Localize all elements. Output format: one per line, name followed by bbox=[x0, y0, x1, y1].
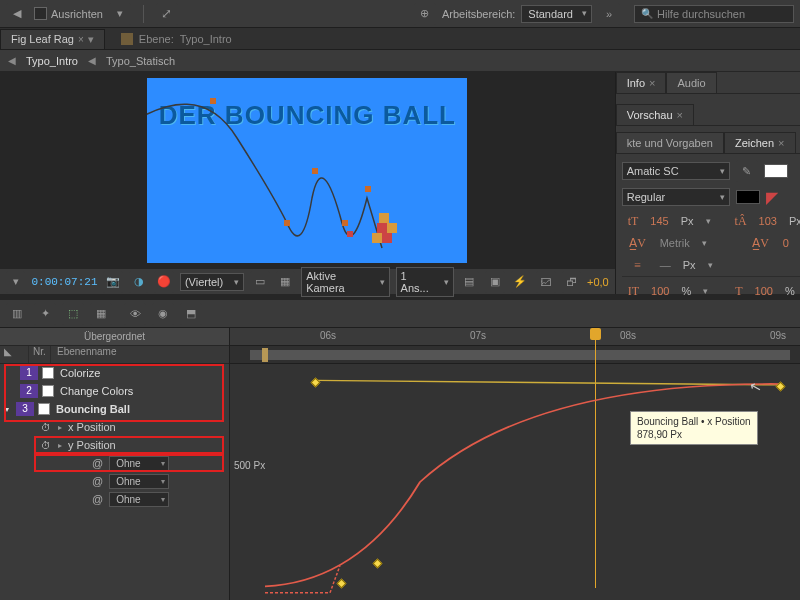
breadcrumb-b[interactable]: Typo_Statisch bbox=[106, 55, 175, 67]
graph-tooltip: Bouncing Ball • x Position 878,90 Px bbox=[630, 411, 758, 445]
layer-swatch bbox=[38, 403, 50, 415]
pickwhip-icon[interactable]: @ bbox=[92, 457, 103, 469]
svg-rect-2 bbox=[284, 220, 290, 226]
panel-menu-icon[interactable]: ▾ bbox=[88, 33, 94, 46]
layer-row[interactable]: 2 Change Colors bbox=[0, 382, 229, 400]
close-icon[interactable]: × bbox=[677, 109, 683, 121]
view-icon[interactable]: ▤ bbox=[460, 271, 479, 293]
layer-name-text: Typo_Intro bbox=[180, 33, 232, 45]
exposure-value[interactable]: +0,0 bbox=[587, 276, 609, 288]
flowchart-icon[interactable]: 🗗 bbox=[562, 271, 581, 293]
eye-icon[interactable]: 👁 bbox=[124, 303, 146, 325]
search-placeholder: Hilfe durchsuchen bbox=[657, 8, 745, 20]
pickwhip-icon[interactable]: @ bbox=[92, 475, 103, 487]
fontsize-icon: tT bbox=[628, 213, 639, 229]
pixel-aspect-icon[interactable]: ▣ bbox=[485, 271, 504, 293]
project-tab[interactable]: Fig Leaf Rag × ▾ bbox=[0, 29, 105, 49]
graph-curve-icon bbox=[230, 364, 800, 600]
layer-swatch-icon bbox=[121, 33, 133, 45]
leading-icon: tÂ bbox=[735, 213, 747, 229]
character-tab[interactable]: Zeichen× bbox=[724, 132, 796, 153]
layers-icon[interactable]: ▦ bbox=[90, 303, 112, 325]
channels-icon[interactable]: ◑ bbox=[129, 271, 148, 293]
show-icon[interactable]: ⬚ bbox=[62, 303, 84, 325]
svg-rect-8 bbox=[377, 223, 387, 233]
snapping-icon[interactable]: ⤢ bbox=[156, 3, 178, 25]
layer-row[interactable]: 1 Colorize bbox=[0, 364, 229, 382]
stopwatch-icon[interactable]: ⏱ bbox=[40, 439, 52, 451]
kerning-value[interactable]: Metrik bbox=[660, 237, 690, 249]
fast-preview-icon[interactable]: ⚡ bbox=[511, 271, 530, 293]
fill-swatch[interactable] bbox=[764, 164, 788, 178]
workspace-label: Arbeitsbereich: bbox=[442, 8, 515, 20]
svg-rect-3 bbox=[312, 168, 318, 174]
rgb-icon[interactable]: 🔴 bbox=[154, 271, 173, 293]
align-checkbox[interactable]: Ausrichten bbox=[34, 7, 103, 20]
composition-canvas[interactable]: DER BOUNCING BALL bbox=[147, 78, 467, 263]
font-dropdown[interactable]: Amatic SC bbox=[622, 162, 730, 180]
align-label: Ausrichten bbox=[51, 8, 103, 20]
layer-indicator: Ebene: Typo_Intro bbox=[121, 33, 232, 45]
pickwhip-icon[interactable]: @ bbox=[92, 493, 103, 505]
arrow-back-icon[interactable]: ◀ bbox=[6, 3, 28, 25]
no-stroke-icon[interactable]: ◤ bbox=[766, 188, 778, 207]
fontsize-value[interactable]: 145 bbox=[650, 215, 668, 227]
stopwatch-icon[interactable]: ⏱ bbox=[40, 421, 52, 433]
grid-icon[interactable]: ▦ bbox=[276, 271, 295, 293]
svg-rect-10 bbox=[379, 213, 389, 223]
audio-tab[interactable]: Audio bbox=[666, 72, 716, 93]
search-comp-icon[interactable]: ⊕ bbox=[414, 3, 436, 25]
dropdown-icon[interactable]: ▾ bbox=[109, 3, 131, 25]
time-ruler[interactable]: 06s 07s 08s 09s bbox=[230, 328, 800, 346]
close-icon[interactable]: × bbox=[78, 34, 84, 45]
roi-icon[interactable]: ▭ bbox=[250, 271, 269, 293]
graph-type-icon[interactable]: ▥ bbox=[6, 303, 28, 325]
weight-dropdown[interactable]: Regular bbox=[622, 188, 730, 206]
eyedropper-icon[interactable]: ✎ bbox=[736, 160, 758, 182]
chevrons-icon[interactable]: » bbox=[598, 3, 620, 25]
timecode[interactable]: 0:00:07:21 bbox=[31, 276, 97, 288]
property-row[interactable]: ⏱ ▸ x Position bbox=[0, 418, 229, 436]
preview-tab[interactable]: Vorschau× bbox=[616, 104, 694, 125]
property-row[interactable]: ⏱ ▸ y Position bbox=[0, 436, 229, 454]
close-icon[interactable]: × bbox=[649, 77, 655, 89]
svg-rect-6 bbox=[372, 233, 382, 243]
vscale-icon: IT bbox=[628, 283, 639, 299]
resolution-dropdown[interactable]: (Viertel) bbox=[180, 273, 244, 291]
work-area[interactable] bbox=[230, 346, 800, 364]
magnify-dd-icon[interactable]: ▾ bbox=[6, 271, 25, 293]
stroke-swatch[interactable] bbox=[736, 190, 760, 204]
hscale-icon: T bbox=[735, 283, 742, 299]
choose-prop-icon[interactable]: ✦ bbox=[34, 303, 56, 325]
parent-dropdown[interactable]: Ohne bbox=[109, 474, 169, 489]
disc-icon[interactable]: ◉ bbox=[152, 303, 174, 325]
workspace-dropdown[interactable]: Standard bbox=[521, 5, 592, 23]
breadcrumb-a[interactable]: Typo_Intro bbox=[26, 55, 78, 67]
leading-value[interactable]: 103 bbox=[759, 215, 777, 227]
tracking-value[interactable]: 0 bbox=[783, 237, 789, 249]
work-area-handle[interactable] bbox=[262, 348, 268, 362]
twirl-icon[interactable]: ▾ bbox=[0, 405, 14, 414]
layer-row-selected[interactable]: ▾ 3 Bouncing Ball bbox=[0, 400, 229, 418]
parent-dropdown[interactable]: Ohne bbox=[109, 492, 169, 507]
col-nr: Nr. bbox=[28, 346, 50, 363]
parent-dropdown-row: @Ohne bbox=[0, 472, 229, 490]
views-dropdown[interactable]: 1 Ans... bbox=[396, 267, 454, 297]
svg-rect-5 bbox=[365, 186, 371, 192]
presets-tab[interactable]: kte und Vorgaben bbox=[616, 132, 724, 153]
snap-icon[interactable]: ⬒ bbox=[180, 303, 202, 325]
parent-dropdown[interactable]: Ohne bbox=[109, 456, 169, 471]
snapshot-icon[interactable]: 📷 bbox=[103, 271, 122, 293]
parent-dropdown-row: @Ohne bbox=[0, 454, 229, 472]
chevron-left-icon[interactable]: ◀ bbox=[8, 55, 16, 66]
info-tab[interactable]: Info× bbox=[616, 72, 667, 93]
close-icon[interactable]: × bbox=[778, 137, 784, 149]
parent-dropdown-row: @Ohne bbox=[0, 490, 229, 508]
camera-dropdown[interactable]: Aktive Kamera bbox=[301, 267, 389, 297]
layer-label-text: Ebene: bbox=[139, 33, 174, 45]
help-search[interactable]: Hilfe durchsuchen bbox=[634, 5, 794, 23]
timeline-icon[interactable]: 🗠 bbox=[536, 271, 555, 293]
twirl-icon[interactable]: ▸ bbox=[58, 423, 62, 432]
twirl-icon[interactable]: ▸ bbox=[58, 441, 62, 450]
work-area-bar[interactable] bbox=[250, 350, 790, 360]
